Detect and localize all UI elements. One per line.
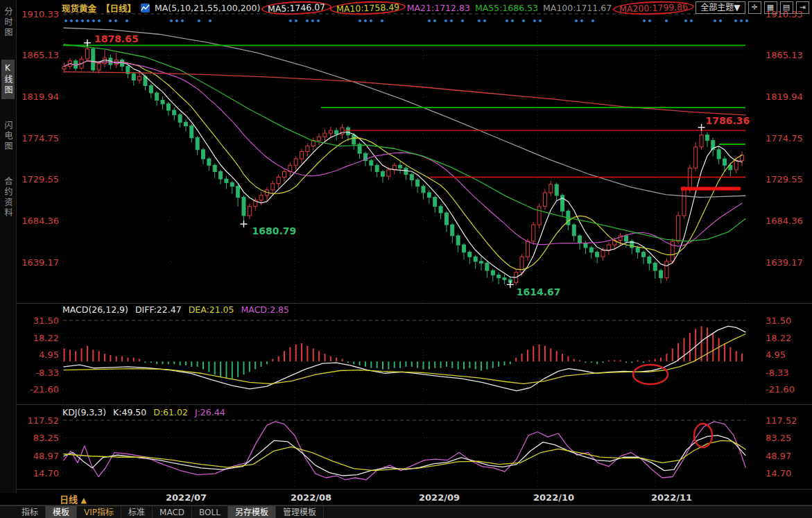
svg-text:117.52: 117.52 [766, 415, 797, 426]
svg-text:1865.13: 1865.13 [21, 50, 59, 60]
tab-vip-indicators[interactable]: VIP指标 [77, 506, 121, 518]
macd-macd-value: MACD:2.85 [241, 304, 290, 315]
tab-templates[interactable]: 模板 [46, 506, 77, 518]
period-label-text: 日线 [60, 494, 78, 505]
svg-text:1786.36: 1786.36 [706, 115, 750, 126]
highlight-circle [633, 365, 668, 384]
macd-diff-value: DIFF:22.47 [135, 304, 182, 315]
svg-text:1614.67: 1614.67 [517, 286, 561, 297]
svg-text:31.50: 31.50 [33, 316, 59, 326]
svg-text:1729.55: 1729.55 [21, 174, 59, 184]
kdj-title: KDJ(9,3,3) [62, 407, 106, 417]
sidebar-item-contract-info[interactable]: 合约资料 [1, 173, 15, 222]
indicator-tab-bar: 指标 模板 VIP指标 标准 MACD BOLL 另存模板 管理模板 [0, 506, 812, 518]
ma55-value: MA55:1686.53 [475, 3, 538, 13]
tab-standard[interactable]: 标准 [121, 506, 153, 518]
chevron-up-icon: ▲ [81, 496, 87, 505]
ma200-value: MA200:1799.86 [613, 0, 695, 16]
chart-canvas[interactable]: 1910.331910.331865.131865.131819.941819.… [0, 0, 812, 518]
symbol-name: 现货黄金 [62, 1, 96, 15]
svg-text:1684.36: 1684.36 [21, 216, 59, 226]
period-selector[interactable]: 日线 ▲ [60, 492, 87, 506]
svg-text:83.25: 83.25 [33, 433, 59, 443]
sidebar-item-lightning-chart[interactable]: 闪电图 [1, 117, 15, 155]
candles-layer [62, 28, 745, 285]
svg-text:1680.79: 1680.79 [252, 225, 297, 236]
svg-text:2022/07: 2022/07 [166, 492, 207, 503]
svg-text:4.95: 4.95 [766, 349, 786, 360]
chart-header: 现货黄金 【日线】 MA(5,10,21,55,100,200) MA5:174… [62, 1, 811, 15]
header-toolbar: 全部主题▼ ✛ ▦ ▤ ⇥ [696, 1, 809, 14]
svg-text:-21.60: -21.60 [30, 384, 59, 395]
svg-text:18.22: 18.22 [766, 333, 791, 343]
period-indicator: 【日线】 [101, 1, 136, 15]
svg-text:83.25: 83.25 [766, 433, 791, 443]
kline-mini-icon [141, 3, 150, 12]
svg-text:1639.17: 1639.17 [766, 257, 803, 268]
svg-text:1774.75: 1774.75 [21, 133, 59, 144]
crosshair-icon[interactable]: ✛ [748, 1, 761, 14]
svg-text:18.22: 18.22 [33, 333, 59, 343]
theme-dropdown[interactable]: 全部主题▼ [696, 1, 745, 14]
collapse-panel-icon[interactable]: ⇥ [796, 1, 809, 14]
tab-boll[interactable]: BOLL [192, 506, 228, 518]
svg-text:14.70: 14.70 [33, 468, 59, 478]
svg-text:117.52: 117.52 [28, 415, 60, 426]
svg-text:1684.36: 1684.36 [766, 216, 803, 226]
ma100-value: MA100:1711.67 [543, 3, 612, 13]
svg-text:-21.60: -21.60 [766, 384, 795, 395]
tab-manage-templates[interactable]: 管理模板 [276, 506, 324, 518]
ma10-value: MA10:1758.49 [329, 0, 406, 15]
svg-text:4.95: 4.95 [39, 349, 59, 360]
svg-text:2022/10: 2022/10 [533, 492, 574, 503]
ma-params-label: MA(5,10,21,55,100,200) [155, 3, 260, 13]
macd-title: MACD(26,12,9) [62, 304, 128, 315]
chart-type-sidebar: 分时图 K线图 闪电图 合约资料 [0, 0, 17, 493]
grid-layer: 1910.331910.331865.131865.131819.941819.… [0, 9, 812, 506]
svg-text:-8.33: -8.33 [35, 368, 59, 378]
ma21-value: MA21:1712.83 [407, 3, 470, 13]
tab-save-template[interactable]: 另存模板 [228, 506, 276, 518]
svg-text:1819.94: 1819.94 [21, 92, 59, 102]
svg-text:31.50: 31.50 [766, 316, 791, 326]
svg-text:1865.13: 1865.13 [766, 50, 803, 60]
svg-text:1729.55: 1729.55 [766, 174, 803, 184]
macd-dea-value: DEA:21.05 [189, 304, 234, 315]
svg-text:1878.65: 1878.65 [94, 33, 139, 44]
sidebar-item-time-chart[interactable]: 分时图 [1, 3, 15, 42]
svg-text:2022/09: 2022/09 [419, 492, 460, 503]
macd-header: MACD(26,12,9) DIFF:22.47 DEA:21.05 MACD:… [62, 304, 289, 315]
sidebar-item-kline-chart[interactable]: K线图 [1, 60, 15, 99]
kdj-k-value: K:49.50 [113, 407, 146, 417]
panel-chart-icon[interactable]: ▤ [780, 1, 793, 14]
svg-text:14.70: 14.70 [766, 468, 791, 478]
svg-text:1910.33: 1910.33 [21, 9, 59, 19]
indicator-layer [64, 326, 745, 479]
ma5-value: MA5:1746.07 [261, 0, 332, 15]
svg-text:2022/08: 2022/08 [291, 492, 331, 503]
svg-text:1639.17: 1639.17 [21, 257, 59, 268]
tab-macd[interactable]: MACD [153, 506, 192, 518]
svg-text:48.97: 48.97 [766, 451, 791, 461]
svg-text:48.97: 48.97 [33, 451, 59, 461]
svg-text:2022/11: 2022/11 [651, 492, 692, 503]
svg-text:1819.94: 1819.94 [766, 92, 803, 102]
kdj-j-value: J:26.44 [195, 407, 225, 417]
tab-indicators[interactable]: 指标 [15, 506, 46, 518]
kdj-d-value: D:61.02 [153, 407, 188, 417]
kdj-header: KDJ(9,3,3) K:49.50 D:61.02 J:26.44 [62, 407, 225, 417]
grid-chart-icon[interactable]: ▦ [764, 1, 777, 14]
svg-text:1774.75: 1774.75 [766, 133, 803, 144]
svg-text:-8.33: -8.33 [766, 368, 789, 378]
